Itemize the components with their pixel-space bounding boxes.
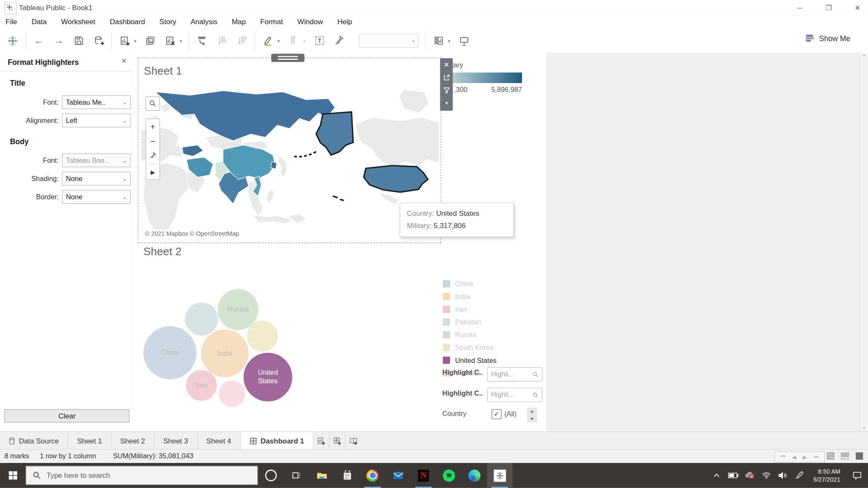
new-dashboard-tab-button[interactable] xyxy=(330,432,346,450)
fix-axes-icon[interactable] xyxy=(333,35,345,47)
taskbar-clock[interactable]: 8:50 AM 5/27/2021 xyxy=(808,467,846,484)
restore-button[interactable]: ❐ xyxy=(821,3,836,11)
onedrive-error-icon[interactable] xyxy=(741,463,758,488)
fit-selector[interactable]: ▾ xyxy=(359,34,419,48)
spinner-up-icon[interactable]: ▲ xyxy=(527,407,537,415)
legend-item-russia[interactable]: Russia xyxy=(443,329,476,341)
group-members-icon[interactable] xyxy=(288,35,300,47)
menu-map[interactable]: Map xyxy=(232,18,246,26)
map-controls-expand-button[interactable]: ▶ xyxy=(146,165,159,179)
tableau-logo-icon[interactable] xyxy=(7,35,19,47)
new-worksheet-caret-icon[interactable]: ▾ xyxy=(134,38,136,43)
duplicate-sheet-icon[interactable] xyxy=(144,35,156,47)
group-members-caret-icon[interactable]: ▾ xyxy=(303,38,306,43)
menu-dashboard[interactable]: Dashboard xyxy=(110,18,145,26)
nav-next-icon[interactable]: ▶ xyxy=(803,454,807,460)
scroll-down-icon[interactable]: ⌄ xyxy=(860,423,868,432)
show-hide-cards-caret-icon[interactable]: ▾ xyxy=(448,38,451,43)
menu-window[interactable]: Window xyxy=(298,18,323,26)
tray-chevron-icon[interactable] xyxy=(708,463,725,488)
zoom-in-button[interactable]: + xyxy=(146,119,159,134)
sheet1-zone[interactable]: Sheet 1 xyxy=(138,58,441,243)
sort-ascending-icon[interactable] xyxy=(216,35,228,47)
tab-dashboard1[interactable]: Dashboard 1 xyxy=(241,432,314,450)
menu-format[interactable]: Format xyxy=(260,18,283,26)
sort-descending-icon[interactable] xyxy=(236,35,248,47)
tab-sheet2[interactable]: Sheet 2 xyxy=(111,432,155,450)
wifi-icon[interactable] xyxy=(758,463,774,488)
panel-close-icon[interactable]: ✕ xyxy=(120,57,128,65)
clear-button[interactable]: Clear xyxy=(4,409,129,422)
map-view[interactable]: + − ▶ © 2021 Mapbox © OpenStreetMap xyxy=(140,90,439,240)
spotify-button[interactable] xyxy=(436,463,462,488)
highlight-card1-search[interactable]: Highli... xyxy=(487,367,542,382)
legend-item-united-states[interactable]: United States xyxy=(443,354,497,367)
bubble-india[interactable]: India xyxy=(201,329,248,377)
filmstrip-view-icon[interactable] xyxy=(840,452,850,460)
pin-map-button[interactable] xyxy=(146,148,159,162)
body-border-select[interactable]: None⌄ xyxy=(62,190,131,204)
nav-first-icon[interactable]: ⏮ xyxy=(780,454,785,460)
legend-item-india[interactable]: India xyxy=(443,290,470,303)
bubble-china[interactable]: China xyxy=(143,326,196,379)
start-button[interactable] xyxy=(0,463,25,488)
mail-button[interactable] xyxy=(385,463,411,488)
title-font-select[interactable]: Tableau Me..⌄ xyxy=(62,95,131,109)
legend-item-south-korea[interactable]: South Korea xyxy=(443,341,494,354)
highlight-caret-icon[interactable]: ▾ xyxy=(277,38,280,43)
taskbar-search-box[interactable]: Type here to search xyxy=(25,466,258,485)
menu-worksheet[interactable]: Worksheet xyxy=(61,18,95,26)
remove-zone-icon[interactable]: ✕ xyxy=(440,58,453,71)
show-me-button[interactable]: Show Me xyxy=(805,33,850,43)
bubble-iran[interactable]: Iran xyxy=(186,370,217,401)
task-view-button[interactable] xyxy=(284,463,309,488)
new-data-source-icon[interactable] xyxy=(92,35,105,47)
tableau-taskbar-button[interactable] xyxy=(487,463,512,488)
show-mark-labels-icon[interactable] xyxy=(313,35,326,47)
grid-view-icon[interactable] xyxy=(826,452,835,460)
tab-sheet4[interactable]: Sheet 4 xyxy=(198,432,241,450)
body-font-select[interactable]: Tableau Boo..⌄ xyxy=(62,153,131,167)
menu-file[interactable]: File xyxy=(6,18,17,26)
show-hide-cards-icon[interactable] xyxy=(432,35,445,47)
chrome-button[interactable] xyxy=(360,463,385,488)
undo-icon[interactable]: ← xyxy=(33,35,45,47)
redo-icon[interactable]: → xyxy=(53,35,65,47)
zone-drag-handle[interactable] xyxy=(271,54,304,62)
menu-analysis[interactable]: Analysis xyxy=(191,18,217,26)
presentation-mode-icon[interactable] xyxy=(458,35,470,47)
new-worksheet-tab-button[interactable] xyxy=(314,432,330,450)
go-to-sheet-icon[interactable] xyxy=(440,71,453,84)
body-shading-select[interactable]: None⌄ xyxy=(62,172,131,186)
battery-icon[interactable] xyxy=(725,463,741,488)
legend-item-iran[interactable]: Iran xyxy=(443,303,467,315)
bubble-pakistan[interactable] xyxy=(185,302,218,335)
cortana-button[interactable] xyxy=(258,463,284,488)
menu-story[interactable]: Story xyxy=(159,18,176,26)
bubble-united-states[interactable]: UnitedStates xyxy=(244,353,292,402)
legend-item-pakistan[interactable]: Pakistan xyxy=(443,315,481,328)
action-center-icon[interactable] xyxy=(846,463,868,488)
pen-icon[interactable] xyxy=(791,463,808,488)
menu-help[interactable]: Help xyxy=(337,18,352,26)
file-explorer-button[interactable] xyxy=(309,463,334,488)
volume-icon[interactable] xyxy=(774,463,791,488)
map-search-button[interactable] xyxy=(146,96,160,111)
tab-sheet1[interactable]: Sheet 1 xyxy=(68,432,111,450)
tab-data-source[interactable]: Data Source xyxy=(0,432,68,450)
highlight-card2-search[interactable]: Highli... xyxy=(487,388,542,402)
legend-item-china[interactable]: China xyxy=(443,277,473,290)
new-story-tab-button[interactable] xyxy=(345,432,361,450)
bubble-vietnam[interactable] xyxy=(219,380,245,407)
spinner-down-icon[interactable]: ▼ xyxy=(527,415,537,423)
bubble-south-korea[interactable] xyxy=(247,321,278,351)
nav-prev-icon[interactable]: ◀ xyxy=(792,454,796,460)
scroll-up-icon[interactable]: ⌃ xyxy=(860,53,868,61)
title-alignment-select[interactable]: Left⌄ xyxy=(62,114,131,128)
zoom-out-button[interactable]: − xyxy=(146,134,159,148)
clear-sheet-caret-icon[interactable]: ▾ xyxy=(180,38,182,43)
new-worksheet-icon[interactable] xyxy=(119,35,131,47)
swap-axes-icon[interactable] xyxy=(196,35,208,47)
save-icon[interactable] xyxy=(72,35,85,47)
highlight-icon[interactable] xyxy=(262,35,274,47)
